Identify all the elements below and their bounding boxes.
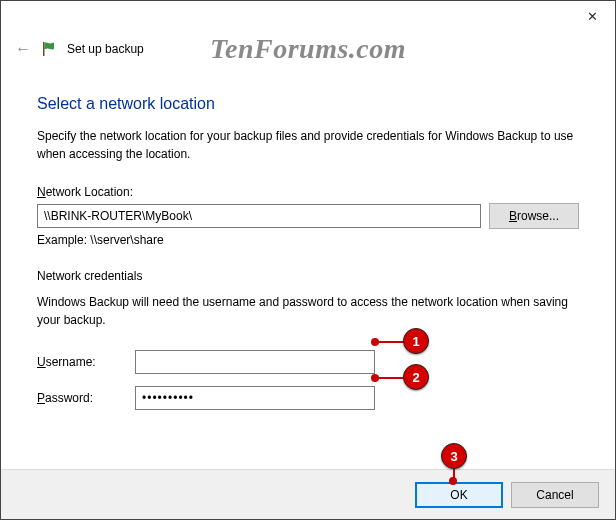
header-row: ← Set up backup [1,35,615,63]
network-location-label: Network Location: [37,185,579,199]
backup-flag-icon [41,41,57,57]
username-label: Username: [37,355,131,369]
browse-button[interactable]: Browse... [489,203,579,229]
back-arrow-icon[interactable]: ← [15,41,31,57]
ok-button[interactable]: OK [415,482,503,508]
page-heading: Select a network location [37,95,579,113]
page-description: Specify the network location for your ba… [37,127,579,163]
close-icon: ✕ [587,9,598,24]
close-button[interactable]: ✕ [569,1,615,31]
username-input[interactable] [135,350,375,374]
window-title: Set up backup [67,42,144,56]
network-location-input[interactable] [37,204,481,228]
titlebar: ✕ [1,1,615,35]
credentials-header: Network credentials [37,269,579,283]
example-text: Example: \\server\share [37,233,579,247]
password-input[interactable] [135,386,375,410]
credentials-description: Windows Backup will need the username an… [37,293,579,329]
cancel-button[interactable]: Cancel [511,482,599,508]
svg-rect-0 [43,42,45,56]
password-label: Password: [37,391,131,405]
content-area: Select a network location Specify the ne… [1,63,615,431]
annotation-badge-3: 3 [441,443,467,469]
footer-bar: OK Cancel [1,469,615,519]
